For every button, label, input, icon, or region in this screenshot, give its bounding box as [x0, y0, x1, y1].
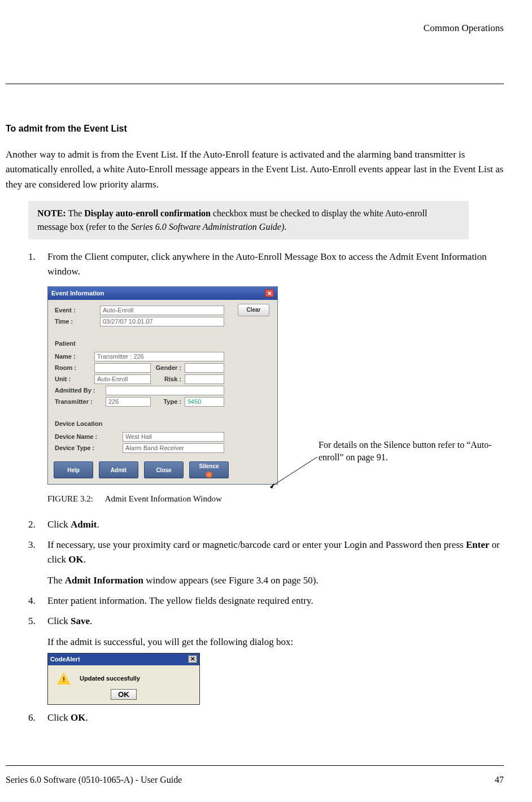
step-3-sub-a: The	[47, 575, 65, 586]
room-label: Room :	[55, 363, 94, 373]
step-3-sub-bold: Admit Information	[65, 575, 143, 586]
step-3: If necessary, use your proximity card or…	[28, 538, 504, 588]
codealert-close-icon[interactable]: ✕	[188, 655, 197, 663]
event-label: Event :	[55, 306, 100, 315]
transmitter-field[interactable]: 226	[106, 397, 151, 407]
gender-label: Gender :	[151, 363, 185, 373]
footer-page-number: 47	[495, 775, 504, 785]
footer-left: Series 6.0 Software (0510-1065-A) - User…	[6, 775, 182, 785]
device-name-label: Device Name :	[55, 432, 123, 442]
name-field[interactable]: Transmitter : 226	[94, 352, 224, 361]
step-5-text-c: .	[90, 616, 92, 626]
event-field[interactable]: Auto-Enroll	[100, 306, 224, 315]
note-bold: Display auto-enroll confirmation	[84, 208, 211, 218]
svg-line-0	[270, 457, 317, 487]
step-3-bold-1: Enter	[466, 539, 490, 550]
admit-button[interactable]: Admit	[99, 461, 138, 478]
step-4-text: Enter patient information. The yellow fi…	[47, 595, 313, 606]
help-button[interactable]: Help	[54, 461, 93, 478]
step-6-text-c: .	[86, 712, 88, 723]
step-4: Enter patient information. The yellow fi…	[28, 594, 504, 608]
note-text-1: The	[66, 208, 85, 218]
step-3-sub: The Admit Information window appears (se…	[47, 573, 504, 588]
type-label: Type :	[151, 397, 185, 407]
device-name-field[interactable]: West Hall	[123, 432, 224, 442]
step-2: Click Admit.	[28, 517, 504, 532]
step-1-text: From the Client computer, click anywhere…	[47, 251, 487, 277]
risk-field[interactable]	[185, 374, 224, 384]
figure-id: FIGURE 3.2:	[47, 492, 93, 505]
clear-button[interactable]: Clear	[238, 304, 269, 316]
figure-caption-text: Admit Event Information Window	[105, 494, 222, 503]
room-field[interactable]	[94, 363, 151, 373]
note-italic: Series 6.0 Software Administration Guide…	[131, 222, 285, 232]
admitted-field[interactable]	[106, 386, 224, 395]
footer-rule	[6, 765, 504, 766]
intro-paragraph: Another way to admit is from the Event L…	[6, 147, 504, 192]
step-5: Click Save. If the admit is successful, …	[28, 614, 504, 705]
step-3-bold-2: OK	[68, 554, 83, 565]
admitted-label: Admitted By :	[55, 386, 106, 395]
warning-icon	[56, 671, 72, 687]
steps-list: From the Client computer, click anywhere…	[28, 250, 504, 725]
step-5-sub: If the admit is successful, you will get…	[47, 635, 504, 650]
note-text-3: .	[284, 222, 286, 232]
step-1: From the Client computer, click anywhere…	[28, 250, 504, 506]
callout-arrow	[268, 456, 319, 490]
time-label: Time :	[55, 317, 100, 326]
step-6: Click OK.	[28, 711, 504, 725]
close-label: Close	[156, 466, 171, 475]
event-info-window: Event Information ✕ Clear Event : Auto-E…	[47, 286, 278, 485]
header-section: Common Operations	[424, 23, 504, 33]
page-footer: Series 6.0 Software (0510-1065-A) - User…	[6, 765, 504, 785]
risk-label: Risk :	[151, 374, 185, 384]
window-titlebar: Event Information ✕	[48, 287, 277, 300]
silence-button[interactable]: Silence	[189, 461, 229, 478]
step-2-bold: Admit	[71, 519, 97, 530]
codealert-dialog: CodeAlert ✕ Updated succesfully OK	[47, 653, 200, 705]
figure-wrap: Event Information ✕ Clear Event : Auto-E…	[47, 286, 504, 485]
device-type-field[interactable]: Alarm Band Receiver	[123, 443, 224, 453]
unit-field[interactable]: Auto-Enroll	[94, 374, 151, 384]
button-bar: Help Admit Close Silence	[48, 458, 277, 484]
window-body: Clear Event : Auto-Enroll Time : 03/27/0…	[48, 300, 277, 459]
note-lead: NOTE:	[37, 208, 66, 218]
step-2-text-a: Click	[47, 519, 71, 530]
device-type-label: Device Type :	[55, 443, 123, 453]
close-icon[interactable]: ✕	[265, 289, 274, 297]
section-title: To admit from the Event List	[6, 124, 504, 134]
time-field[interactable]: 03/27/07 10.01.07	[100, 317, 224, 326]
unit-label: Unit :	[55, 374, 94, 384]
codealert-button-row: OK	[48, 689, 199, 704]
codealert-message: Updated succesfully	[80, 674, 140, 683]
name-label: Name :	[55, 352, 94, 361]
step-2-text-c: .	[97, 519, 99, 530]
codealert-title: CodeAlert	[50, 655, 80, 664]
callout-text: For details on the Silence button refer …	[319, 439, 499, 464]
step-5-bold: Save	[71, 616, 90, 626]
step-3-text-e: .	[84, 554, 86, 565]
patient-header: Patient	[55, 339, 271, 348]
device-location-header: Device Location	[55, 419, 271, 429]
help-label: Help	[67, 466, 80, 475]
gender-field[interactable]	[185, 363, 224, 373]
note-box: NOTE: The Display auto-enroll confirmati…	[28, 201, 469, 239]
type-field[interactable]: 9450	[185, 397, 224, 407]
codealert-body: Updated succesfully	[48, 665, 199, 689]
window-title: Event Information	[51, 289, 104, 298]
silence-label: Silence	[199, 462, 219, 471]
codealert-ok-button[interactable]: OK	[111, 689, 137, 700]
step-5-text-a: Click	[47, 616, 71, 626]
step-3-text-a: If necessary, use your proximity card or…	[47, 539, 466, 550]
silence-icon	[206, 472, 212, 478]
admit-label: Admit	[111, 466, 127, 475]
figure-caption: FIGURE 3.2: Admit Event Information Wind…	[47, 492, 504, 505]
step-6-bold: OK	[71, 712, 85, 723]
svg-marker-1	[270, 483, 274, 489]
step-6-text-a: Click	[47, 712, 71, 723]
page-header: Common Operations	[6, 23, 504, 38]
transmitter-label: Transmitter :	[55, 397, 106, 407]
close-button[interactable]: Close	[144, 461, 184, 478]
codealert-titlebar: CodeAlert ✕	[48, 653, 199, 665]
step-3-sub-c: window appears (see Figure 3.4 on page 5…	[143, 575, 319, 586]
